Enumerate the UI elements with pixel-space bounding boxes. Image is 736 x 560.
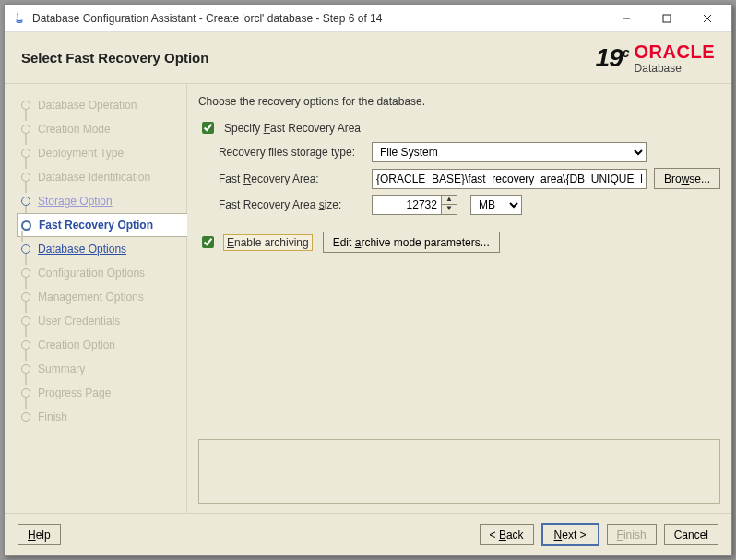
maximize-button[interactable] <box>647 6 687 31</box>
step-label: Creation Option <box>38 339 115 351</box>
svg-rect-1 <box>663 15 671 22</box>
step-dot-icon <box>21 101 30 110</box>
browse-button[interactable]: Browse... <box>654 168 720 189</box>
wizard-step-user-credentials: User Credentials <box>21 309 186 333</box>
oracle-logo: 19c ORACLE Database <box>596 42 715 74</box>
wizard-step-database-options[interactable]: Database Options <box>21 237 186 261</box>
enable-archiving-checkbox[interactable] <box>202 236 214 248</box>
java-icon <box>12 11 27 26</box>
instruction-text: Choose the recovery options for the data… <box>198 95 720 108</box>
step-dot-icon <box>21 364 30 374</box>
step-label: Database Options <box>38 243 126 256</box>
wizard-step-creation-option: Creation Option <box>21 333 186 357</box>
wizard-step-database-identification: Database Identification <box>21 165 186 189</box>
wizard-step-management-options: Management Options <box>21 285 186 309</box>
app-window: Database Configuration Assistant - Creat… <box>4 4 732 556</box>
step-dot-icon <box>21 197 30 206</box>
spinner-down-icon[interactable]: ▼ <box>442 205 457 214</box>
step-dot-icon <box>21 412 30 422</box>
minimize-button[interactable] <box>606 6 647 31</box>
specify-fra-checkbox[interactable] <box>202 122 214 134</box>
step-label: Storage Option <box>38 195 113 208</box>
wizard-step-creation-mode: Creation Mode <box>21 117 186 141</box>
close-button[interactable] <box>687 6 728 31</box>
title-bar[interactable]: Database Configuration Assistant - Creat… <box>5 5 731 32</box>
page-title: Select Fast Recovery Option <box>21 50 596 66</box>
back-button[interactable]: < Back <box>480 524 534 545</box>
step-dot-icon <box>21 268 30 278</box>
step-label: Configuration Options <box>38 267 145 280</box>
fra-path-label: Fast Recovery Area: <box>219 173 364 185</box>
edit-archive-params-button[interactable]: Edit archive mode parameters... <box>323 232 500 253</box>
step-label: Summary <box>38 363 85 375</box>
step-dot-icon <box>21 149 30 158</box>
fra-size-label: Fast Recovery Area size: <box>219 198 364 211</box>
wizard-step-deployment-type: Deployment Type <box>21 141 186 165</box>
step-label: Database Operation <box>38 99 137 112</box>
step-dot-icon <box>21 173 30 182</box>
main-panel: Choose the recovery options for the data… <box>186 84 731 513</box>
wizard-step-database-operation: Database Operation <box>21 93 186 117</box>
message-area <box>198 439 720 504</box>
finish-button: Finish <box>607 524 657 545</box>
step-label: Database Identification <box>38 171 150 184</box>
storage-type-label: Recovery files storage type: <box>219 146 364 159</box>
wizard-step-storage-option[interactable]: Storage Option <box>21 189 186 213</box>
step-dot-icon <box>21 220 31 231</box>
step-label: Fast Recovery Option <box>39 219 153 232</box>
step-dot-icon <box>21 340 30 350</box>
fra-path-input[interactable] <box>372 169 647 189</box>
cancel-button[interactable]: Cancel <box>664 524 718 545</box>
step-dot-icon <box>21 388 30 398</box>
step-dot-icon <box>21 316 30 326</box>
step-label: Creation Mode <box>38 123 111 136</box>
wizard-step-fast-recovery-option: Fast Recovery Option <box>17 213 187 237</box>
specify-fra-label[interactable]: Specify Fast Recovery Area <box>224 122 361 135</box>
step-dot-icon <box>21 292 30 302</box>
footer-bar: Help < Back Next > Finish Cancel <box>5 513 731 555</box>
enable-archiving-label[interactable]: Enable archiving <box>224 235 312 250</box>
fra-size-unit-select[interactable]: MB <box>470 195 522 215</box>
wizard-step-finish: Finish <box>21 405 186 429</box>
page-header: Select Fast Recovery Option 19c ORACLE D… <box>5 32 731 84</box>
window-title: Database Configuration Assistant - Creat… <box>32 12 606 25</box>
wizard-step-progress-page: Progress Page <box>21 381 186 405</box>
step-label: Progress Page <box>38 387 111 399</box>
step-label: User Credentials <box>38 315 120 328</box>
next-button[interactable]: Next > <box>541 523 599 546</box>
wizard-step-configuration-options: Configuration Options <box>21 261 186 285</box>
storage-type-select[interactable]: File System <box>372 142 647 162</box>
fra-size-input[interactable] <box>372 195 442 215</box>
step-dot-icon <box>21 244 30 254</box>
step-label: Management Options <box>38 291 144 304</box>
step-label: Deployment Type <box>38 147 124 160</box>
wizard-step-summary: Summary <box>21 357 186 381</box>
fra-size-spinner[interactable]: ▲▼ <box>442 195 457 215</box>
step-dot-icon <box>21 125 30 134</box>
wizard-steps-sidebar: Database OperationCreation ModeDeploymen… <box>5 84 186 513</box>
step-label: Finish <box>38 411 67 423</box>
help-button[interactable]: Help <box>18 524 61 545</box>
